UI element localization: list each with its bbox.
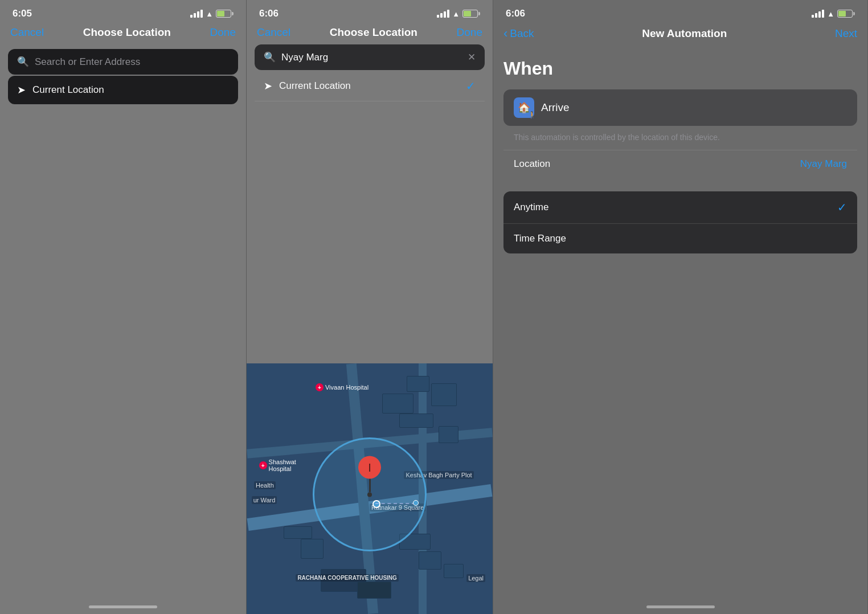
arrive-row[interactable]: 🏠 🚶 Arrive xyxy=(503,89,857,126)
building-3 xyxy=(399,414,433,428)
done-button-1[interactable]: Done xyxy=(210,26,236,39)
anytime-option[interactable]: Anytime ✓ xyxy=(503,191,857,224)
status-bar-2: 6:06 ▲ xyxy=(247,0,493,24)
person-icon: 🚶 xyxy=(528,111,537,119)
location-row-value: Nyay Marg xyxy=(800,158,847,170)
map-pin-stick xyxy=(369,478,371,492)
location-row[interactable]: Location Nyay Marg xyxy=(503,150,857,178)
search-icon-2: 🔍 xyxy=(264,51,276,63)
location-arrow-icon-1: ➤ xyxy=(17,84,26,96)
location-row-label: Location xyxy=(514,158,550,170)
cancel-button-1[interactable]: Cancel xyxy=(10,26,44,39)
map-pin: | xyxy=(358,456,381,497)
current-location-item-2[interactable]: ➤ Current Location ✓ xyxy=(255,71,485,101)
anytime-label: Anytime xyxy=(514,202,548,213)
search-box-2[interactable]: 🔍 Nyay Marg ✕ xyxy=(255,44,485,70)
done-button-2[interactable]: Done xyxy=(457,26,482,39)
when-heading: When xyxy=(503,58,857,79)
home-bar-3 xyxy=(646,605,715,608)
signal-icon-2 xyxy=(437,10,449,18)
status-time-3: 6:06 xyxy=(506,8,525,19)
search-value-2[interactable]: Nyay Marg xyxy=(281,52,462,63)
battery-icon-1 xyxy=(216,10,234,18)
current-location-label-1: Current Location xyxy=(32,84,104,96)
current-location-label-2: Current Location xyxy=(279,80,351,92)
nav-bar-1: Cancel Choose Location Done xyxy=(0,24,246,44)
radius-line xyxy=(375,503,415,504)
search-placeholder-1: Search or Enter Address xyxy=(35,56,140,68)
signal-icon-1 xyxy=(190,10,203,18)
phone-panel-2: 6:06 ▲ Cancel Choose Location Done 🔍 Nya… xyxy=(247,0,493,614)
nav-bar-2: Cancel Choose Location Done xyxy=(247,24,493,44)
time-range-option[interactable]: Time Range xyxy=(503,224,857,253)
phone-panel-1: 6:05 ▲ Cancel Choose Location Done 🔍 Sea… xyxy=(0,0,247,614)
building-10 xyxy=(444,564,464,578)
when-section: When 🏠 🚶 Arrive This automation is contr… xyxy=(493,47,867,183)
battery-icon-3 xyxy=(837,10,855,18)
legal-label: Legal xyxy=(466,574,485,582)
current-location-item-1[interactable]: ➤ Current Location xyxy=(8,76,238,104)
battery-icon-2 xyxy=(462,10,480,18)
ward-label: ur Ward xyxy=(252,496,277,504)
wifi-icon-3: ▲ xyxy=(827,10,834,18)
location-arrow-icon-2: ➤ xyxy=(264,80,272,92)
status-time-2: 6:06 xyxy=(259,8,279,19)
status-bar-1: 6:05 ▲ xyxy=(0,0,246,24)
signal-icon-3 xyxy=(812,10,824,18)
nav-title-2: Choose Location xyxy=(330,26,417,39)
phone-panel-3: 6:06 ▲ ‹ Back New Automation Next When 🏠 xyxy=(493,0,868,614)
nav-bar-3: ‹ Back New Automation Next xyxy=(493,24,867,47)
building-4 xyxy=(431,383,457,406)
current-location-dot xyxy=(372,500,380,508)
building-6 xyxy=(284,526,312,539)
back-chevron-icon: ‹ xyxy=(503,26,507,41)
rachana-label: RACHANA COOPERATIVE HOUSING xyxy=(296,574,398,582)
hospital-vivaan: + Vivaan Hospital xyxy=(316,383,369,391)
cancel-button-2[interactable]: Cancel xyxy=(257,26,290,39)
arrive-icon: 🏠 🚶 xyxy=(514,97,534,118)
home-bar-1 xyxy=(89,605,157,608)
building-7 xyxy=(301,539,324,559)
search-box-1[interactable]: 🔍 Search or Enter Address xyxy=(8,49,238,75)
panel1-content: 🔍 Search or Enter Address ➤ Current Loca… xyxy=(0,44,246,109)
status-icons-1: ▲ xyxy=(190,10,234,18)
nav-title-1: Choose Location xyxy=(83,26,171,39)
wifi-icon-2: ▲ xyxy=(452,10,460,18)
status-bar-3: 6:06 ▲ xyxy=(493,0,867,24)
automation-note: This automation is controlled by the loc… xyxy=(503,129,857,150)
next-button[interactable]: Next xyxy=(835,27,857,40)
time-range-label: Time Range xyxy=(514,233,566,244)
check-icon-2: ✓ xyxy=(466,79,476,93)
building-1 xyxy=(382,394,413,414)
building-12 xyxy=(357,582,391,599)
vivaan-hospital-label: Vivaan Hospital xyxy=(325,384,369,391)
hospital-cross-icon: + xyxy=(316,383,324,391)
map-container-2[interactable]: + Vivaan Hospital + Shashwat Hospital He… xyxy=(247,363,493,614)
building-9 xyxy=(419,551,441,570)
clear-button-2[interactable]: ✕ xyxy=(468,51,476,63)
wifi-icon-1: ▲ xyxy=(206,10,213,18)
back-button[interactable]: ‹ Back xyxy=(503,26,534,41)
health-label: Health xyxy=(254,481,276,489)
hospital-shashwat: + Shashwat Hospital xyxy=(259,459,296,472)
status-icons-2: ▲ xyxy=(437,10,480,18)
search-icon-1: 🔍 xyxy=(17,56,29,68)
status-time-1: 6:05 xyxy=(13,8,32,19)
arrive-label: Arrive xyxy=(541,101,570,114)
status-icons-3: ▲ xyxy=(812,10,855,18)
shashwat-hospital-label2: Hospital xyxy=(269,465,296,472)
hospital-cross-icon-2: + xyxy=(259,461,267,469)
building-5 xyxy=(439,426,458,443)
back-label: Back xyxy=(510,27,534,40)
automation-title: New Automation xyxy=(642,27,727,40)
map-pin-tip xyxy=(367,492,372,497)
anytime-check-icon: ✓ xyxy=(837,200,847,214)
map-background: + Vivaan Hospital + Shashwat Hospital He… xyxy=(247,363,493,614)
map-pin-circle: | xyxy=(358,456,381,478)
building-2 xyxy=(407,376,429,392)
shashwat-hospital-label: Shashwat xyxy=(269,459,296,465)
radius-handle[interactable] xyxy=(413,500,419,506)
time-dropdown[interactable]: Anytime ✓ Time Range xyxy=(503,191,857,253)
